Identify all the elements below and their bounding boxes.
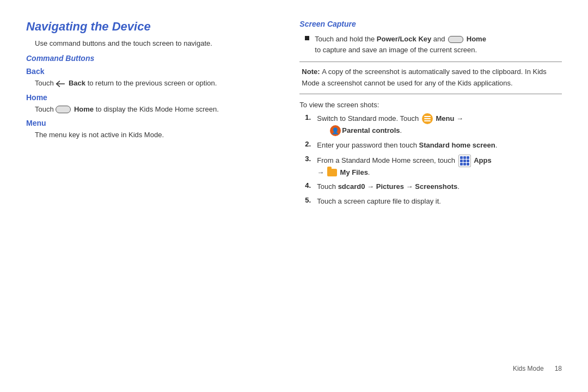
intro-text: Use command buttons and the touch screen…: [35, 39, 261, 47]
apps-dot: [467, 163, 469, 166]
step-1-num: 1.: [305, 113, 315, 121]
menu-label: Menu: [436, 114, 454, 122]
back-touch-label: Touch: [35, 79, 56, 87]
page: Navigating the Device Use command button…: [0, 0, 588, 392]
numbered-list: 1. Switch to Standard mode. Touch Menu →: [305, 113, 562, 207]
view-shots-text: To view the screen shots:: [299, 101, 562, 109]
apps-dot: [463, 160, 466, 162]
step-2-num: 2.: [305, 140, 315, 148]
bullet-icon: [305, 36, 309, 40]
menu-line-2: [424, 118, 431, 119]
step-4-num: 4.: [305, 181, 315, 189]
back-bold: Back: [69, 79, 85, 87]
standard-home-label: Standard home screen: [419, 141, 495, 149]
parental-row: 👤 Parental controls.: [329, 125, 463, 136]
apps-dot: [463, 156, 466, 159]
apps-label: Apps: [474, 156, 492, 164]
menu-icon-lines: [424, 116, 431, 121]
sdcard-path-label: sdcard0 → Pictures → Screenshots: [338, 182, 458, 191]
step-5: 5. Touch a screen capture file to displa…: [305, 196, 562, 207]
menu-heading: Menu: [26, 119, 261, 127]
step-5-text: Touch a screen capture file to display i…: [317, 196, 441, 207]
note-label: Note:: [302, 68, 322, 76]
screen-capture-heading: Screen Capture: [299, 20, 562, 28]
step-3: 3. From a Standard Mode Home screen, tou…: [305, 155, 562, 178]
folder-icon: [327, 169, 337, 176]
parental-icon: 👤: [330, 125, 341, 136]
back-arrow-icon: [56, 80, 65, 88]
apps-dot: [463, 163, 466, 166]
back-description: Touch Back to return to the previous scr…: [35, 78, 261, 89]
step-2-text: Enter your password then touch Standard …: [317, 140, 497, 151]
step-3-num: 3.: [305, 155, 315, 163]
back-heading: Back: [26, 67, 261, 76]
note-box: Note: A copy of the screenshot is automa…: [299, 62, 562, 94]
home-pill-icon: [56, 106, 71, 113]
step-4: 4. Touch sdcard0 → Pictures → Screenshot…: [305, 181, 562, 192]
command-buttons-heading: Command Buttons: [26, 54, 261, 63]
left-column: Navigating the Device Use command button…: [26, 20, 283, 359]
apps-dot: [460, 163, 463, 166]
apps-grid-icon: [458, 155, 471, 167]
back-suffix: to return to the previous screen or opti…: [88, 79, 217, 87]
apps-dot: [460, 160, 463, 162]
footer-page-num: 18: [555, 365, 562, 372]
step-3-text: From a Standard Mode Home screen, touch: [317, 155, 491, 178]
step-4-text: Touch sdcard0 → Pictures → Screenshots.: [317, 181, 460, 192]
home-pill-icon-inline: [448, 36, 463, 43]
step-2: 2. Enter your password then touch Standa…: [305, 140, 562, 151]
step-1: 1. Switch to Standard mode. Touch Menu →: [305, 113, 562, 137]
home-touch-label: Touch: [35, 105, 56, 113]
menu-line-1: [424, 116, 431, 117]
screen-capture-bullet: Touch and hold the Power/Lock Key and Ho…: [305, 34, 562, 55]
menu-description: The menu key is not active in Kids Mode.: [35, 130, 261, 140]
step-3-continuation: → My Files.: [317, 168, 370, 176]
apps-dot: [467, 160, 469, 162]
home-label: Home: [467, 35, 486, 43]
menu-icon: [422, 113, 433, 124]
page-title: Navigating the Device: [26, 20, 261, 34]
footer-label: Kids Mode: [513, 365, 544, 372]
apps-dot: [467, 156, 469, 159]
home-description: Touch Home to display the Kids Mode Home…: [35, 104, 261, 115]
right-column: Screen Capture Touch and hold the Power/…: [283, 20, 562, 359]
note-text: A copy of the screenshot is automaticall…: [302, 68, 546, 87]
parental-icon-inner: 👤: [332, 126, 339, 136]
parental-controls-label: Parental controls: [342, 125, 400, 136]
home-heading: Home: [26, 93, 261, 102]
my-files-label: My Files: [340, 168, 368, 176]
step-1-text: Switch to Standard mode. Touch Menu →: [317, 113, 463, 137]
screen-capture-text: Touch and hold the Power/Lock Key and Ho…: [315, 34, 486, 55]
apps-dot: [460, 156, 463, 159]
footer: Kids Mode 18: [26, 359, 562, 372]
home-bold: Home: [74, 105, 94, 113]
main-content: Navigating the Device Use command button…: [26, 20, 562, 359]
power-lock-key-label: Power/Lock Key: [377, 35, 431, 43]
step-5-num: 5.: [305, 196, 315, 204]
home-suffix: to display the Kids Mode Home screen.: [96, 105, 219, 113]
menu-line-3: [424, 120, 431, 121]
